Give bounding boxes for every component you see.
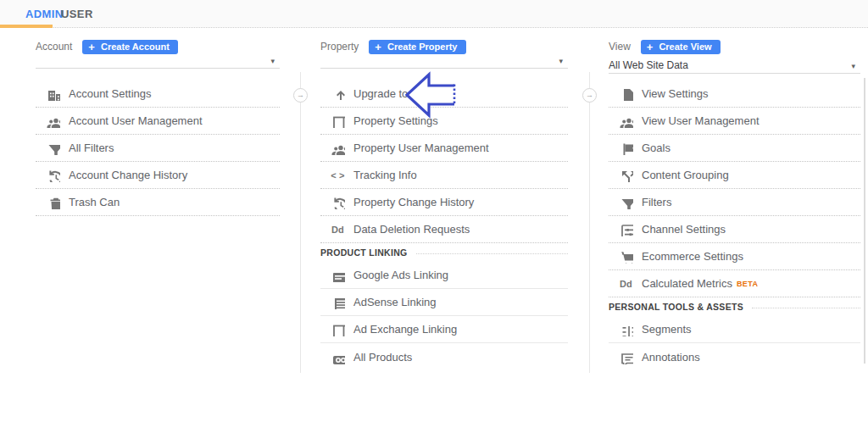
menu-item-label: Data Deletion Requests xyxy=(353,223,470,236)
view-column: View + Create View All Web Site Data ▾ V… xyxy=(609,36,860,370)
menu-item-view-settings[interactable]: View Settings xyxy=(609,81,860,108)
create-property-label: Create Property xyxy=(387,42,458,52)
view-menu: View Settings View User Management Goals… xyxy=(609,81,860,370)
view-column-header: View + Create View xyxy=(609,36,860,58)
all-products-icon xyxy=(331,349,345,364)
account-selector[interactable]: ▾ xyxy=(36,58,280,69)
menu-item-label: All Filters xyxy=(69,142,114,154)
create-account-button[interactable]: + Create Account xyxy=(82,40,177,54)
filter-icon xyxy=(46,141,60,156)
menu-item-trash-can[interactable]: Trash Can xyxy=(36,189,280,216)
building-icon xyxy=(46,86,60,102)
cart-icon xyxy=(619,249,633,264)
menu-item-google-ads-linking[interactable]: Google Ads Linking xyxy=(320,262,568,289)
plus-icon: + xyxy=(647,42,654,53)
menu-item-channel-settings[interactable]: Channel Settings xyxy=(609,216,860,243)
menu-item-label: Segments xyxy=(642,323,692,336)
account-label: Account xyxy=(36,41,72,53)
account-menu: Account Settings Account User Management… xyxy=(36,81,280,216)
menu-item-label: Filters xyxy=(642,196,671,208)
annotation-icon xyxy=(619,349,633,364)
menu-item-property-change-history[interactable]: Property Change History xyxy=(320,189,568,216)
menu-item-label: Content Grouping xyxy=(642,169,729,181)
menu-item-ad-exchange-linking[interactable]: Ad Exchange Linking xyxy=(320,316,568,343)
adsense-icon xyxy=(331,295,345,310)
menu-item-label: Account Change History xyxy=(69,169,187,181)
menu-item-label: Account User Management xyxy=(69,114,203,127)
menu-item-all-products[interactable]: All Products xyxy=(320,343,568,370)
segments-icon xyxy=(619,322,633,337)
selected-view-value: All Web Site Data xyxy=(609,59,688,71)
menu-item-account-user-management[interactable]: Account User Management xyxy=(36,108,280,135)
menu-item-content-grouping[interactable]: Content Grouping xyxy=(609,162,860,189)
plus-icon: + xyxy=(375,42,381,53)
vertical-scrollbar[interactable] xyxy=(864,78,865,364)
menu-item-label: Trash Can xyxy=(69,196,120,208)
menu-item-account-settings[interactable]: Account Settings xyxy=(36,81,280,108)
menu-item-label: Calculated Metrics xyxy=(642,277,732,290)
menu-item-data-deletion-requests[interactable]: Dd Data Deletion Requests xyxy=(320,216,568,243)
menu-item-annotations[interactable]: Annotations xyxy=(609,343,860,370)
menu-item-label: Account Settings xyxy=(69,87,152,100)
file-icon xyxy=(619,86,633,102)
section-title: PERSONAL TOOLS & ASSETS xyxy=(609,302,743,312)
tune-icon xyxy=(619,222,633,237)
section-header-personal-tools: PERSONAL TOOLS & ASSETS xyxy=(609,297,860,316)
menu-item-ecommerce-settings[interactable]: Ecommerce Settings xyxy=(609,243,860,270)
caret-down-icon: ▾ xyxy=(559,58,563,65)
view-selector[interactable]: All Web Site Data ▾ xyxy=(609,58,860,74)
arrow-right-icon: → xyxy=(297,92,304,99)
trash-icon xyxy=(46,195,60,210)
menu-item-label: Property Change History xyxy=(353,196,474,208)
panel-icon xyxy=(331,322,345,337)
history-icon xyxy=(331,195,345,210)
property-selector[interactable]: ▾ xyxy=(320,58,568,69)
split-icon xyxy=(619,168,633,183)
section-header-product-linking: PRODUCT LINKING xyxy=(320,243,568,262)
menu-item-calculated-metrics[interactable]: Dd Calculated Metrics BETA xyxy=(609,270,860,297)
account-column: Account + Create Account ▾ Account Setti… xyxy=(36,36,280,216)
menu-item-label: Ad Exchange Linking xyxy=(353,323,457,336)
property-column-header: Property + Create Property xyxy=(320,36,568,58)
menu-item-all-filters[interactable]: All Filters xyxy=(36,135,280,162)
people-icon xyxy=(331,141,345,156)
code-icon: < > xyxy=(331,168,345,183)
menu-item-view-user-management[interactable]: View User Management xyxy=(609,108,860,135)
menu-item-label: Ecommerce Settings xyxy=(642,250,743,263)
menu-item-label: View Settings xyxy=(642,87,709,100)
plus-icon: + xyxy=(88,42,95,53)
tab-admin[interactable]: ADMIN xyxy=(0,8,53,20)
menu-item-label: Annotations xyxy=(642,351,700,364)
menu-item-segments[interactable]: Segments xyxy=(609,316,860,343)
menu-item-adsense-linking[interactable]: AdSense Linking xyxy=(320,289,568,316)
create-view-button[interactable]: + Create View xyxy=(641,40,721,54)
property-menu: Upgrade to GA4 Property Settings Propert… xyxy=(320,81,568,370)
menu-item-property-user-management[interactable]: Property User Management xyxy=(320,135,568,162)
ad-card-icon xyxy=(331,268,345,283)
collapse-column-button[interactable]: → xyxy=(582,88,597,103)
dd-icon: Dd xyxy=(331,222,345,237)
menu-item-label: Tracking Info xyxy=(353,169,417,181)
people-icon xyxy=(619,114,633,129)
property-label: Property xyxy=(320,41,359,53)
upgrade-arrow-annotation xyxy=(404,71,459,119)
dd-icon: Dd xyxy=(619,276,633,292)
create-property-button[interactable]: + Create Property xyxy=(369,40,465,54)
flag-icon xyxy=(619,141,633,156)
tab-user[interactable]: USER xyxy=(53,8,93,20)
menu-item-filters[interactable]: Filters xyxy=(609,189,860,216)
dotted-leader xyxy=(752,308,860,308)
create-view-label: Create View xyxy=(659,42,711,52)
beta-badge: BETA xyxy=(737,280,758,288)
tab-bar: ADMIN USER xyxy=(0,0,868,28)
menu-item-goals[interactable]: Goals xyxy=(609,135,860,162)
filter-icon xyxy=(619,195,633,210)
menu-item-label: Channel Settings xyxy=(642,223,726,236)
active-tab-underline xyxy=(0,25,53,28)
menu-item-account-change-history[interactable]: Account Change History xyxy=(36,162,280,189)
caret-down-icon: ▾ xyxy=(270,58,275,65)
section-title: PRODUCT LINKING xyxy=(320,247,408,258)
menu-item-tracking-info[interactable]: < > Tracking Info xyxy=(320,162,568,189)
collapse-column-button[interactable]: → xyxy=(293,88,308,103)
dotted-leader xyxy=(416,253,569,254)
